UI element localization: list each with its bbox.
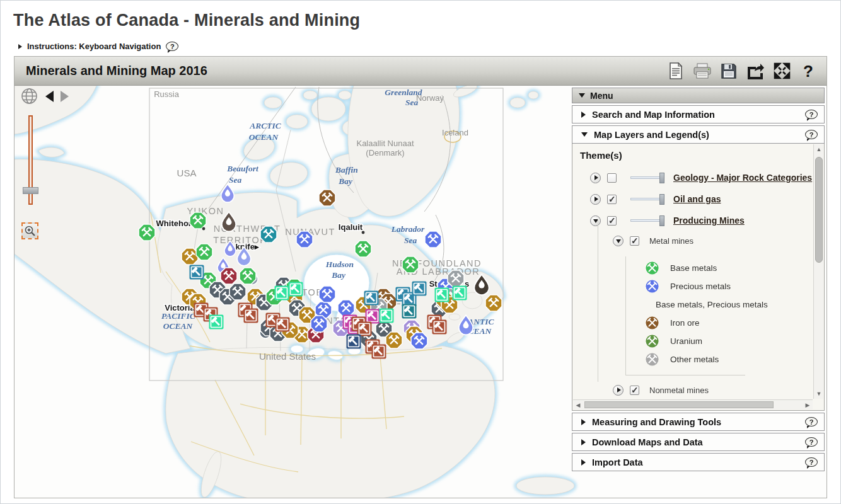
menu-header[interactable]: Menu <box>572 88 825 103</box>
scroll-up-arrow[interactable]: ▲ <box>814 144 824 154</box>
layer-link[interactable]: Geology - Major Rock Categories <box>673 173 812 183</box>
mine-marker[interactable] <box>402 256 419 273</box>
collapse-button[interactable] <box>590 215 601 226</box>
viewer-titlebar: Minerals and Mining Map 2016 ? <box>14 57 826 86</box>
layer-row-geology: Geology - Major Rock Categories <box>580 167 813 188</box>
mine-marker[interactable] <box>276 318 290 332</box>
mine-marker[interactable] <box>402 304 417 319</box>
layer-link[interactable]: Oil and gas <box>673 194 721 204</box>
scrollbar-thumb[interactable] <box>815 157 823 263</box>
mine-marker[interactable] <box>448 270 464 287</box>
mine-marker[interactable] <box>355 241 371 257</box>
legend-item: Iron ore <box>626 314 745 332</box>
panel-label: Map Layers and Legend(s) <box>594 130 709 140</box>
mine-marker[interactable] <box>386 332 402 348</box>
panel-header-layers[interactable]: Map Layers and Legend(s) ? <box>572 125 825 144</box>
mine-marker[interactable] <box>380 309 394 323</box>
help-icon[interactable]: ? <box>166 42 178 51</box>
mine-marker[interactable] <box>372 345 386 359</box>
mine-marker[interactable] <box>244 309 258 323</box>
mine-marker[interactable] <box>190 265 204 280</box>
scroll-left-arrow[interactable]: ◀ <box>573 400 583 410</box>
next-extent-button[interactable] <box>61 91 69 102</box>
mine-symbol-icon <box>645 279 659 294</box>
sublayer-row-nonmetal-mines: Nonmetal mines <box>580 381 813 399</box>
document-icon[interactable] <box>666 62 685 81</box>
previous-extent-button[interactable] <box>45 91 54 102</box>
opacity-slider[interactable] <box>630 176 663 179</box>
mine-marker[interactable] <box>435 288 450 302</box>
scroll-down-arrow[interactable]: ▼ <box>814 389 824 399</box>
scrollbar-thumb[interactable] <box>584 401 774 408</box>
mine-marker[interactable] <box>364 291 379 306</box>
mine-marker[interactable] <box>425 231 441 248</box>
layer-checkbox[interactable] <box>607 216 617 226</box>
opacity-slider[interactable] <box>630 198 663 200</box>
panel-header-download[interactable]: Download Maps and Data ? <box>572 433 825 451</box>
zoom-in-tool-button[interactable] <box>21 222 38 239</box>
expand-button[interactable] <box>613 385 624 396</box>
mine-symbol-icon <box>645 334 659 348</box>
help-icon[interactable]: ? <box>805 130 818 139</box>
mine-marker[interactable] <box>347 335 361 349</box>
mine-marker[interactable] <box>209 315 224 329</box>
mine-marker[interactable] <box>366 309 380 324</box>
map-label: OCEAN <box>249 132 279 142</box>
mine-marker[interactable] <box>319 190 335 206</box>
mine-marker[interactable] <box>311 316 327 332</box>
mine-marker[interactable] <box>196 244 212 260</box>
panel-header-import[interactable]: Import Data ? <box>572 453 825 471</box>
mine-marker[interactable] <box>296 231 313 248</box>
opacity-slider[interactable] <box>630 219 663 222</box>
mine-marker[interactable] <box>338 300 354 316</box>
fullscreen-icon[interactable] <box>772 62 791 81</box>
mine-marker[interactable] <box>319 286 335 302</box>
help-icon[interactable]: ? <box>805 417 818 427</box>
help-icon[interactable]: ? <box>799 62 818 81</box>
mine-marker[interactable] <box>182 248 198 265</box>
atlas-page: The Atlas of Canada - Minerals and Minin… <box>0 0 841 504</box>
horizontal-scrollbar[interactable]: ◀ ▶ <box>573 399 813 410</box>
viewer-toolbar: ? <box>666 62 818 81</box>
mine-marker[interactable] <box>432 320 447 335</box>
expand-button[interactable] <box>590 194 601 205</box>
mine-marker[interactable] <box>275 286 289 301</box>
layers-panel-body: Theme(s) Geology - Major Rock Categories <box>572 144 825 411</box>
mine-marker[interactable] <box>357 322 372 336</box>
map-label: Hudson <box>325 260 354 269</box>
help-icon[interactable]: ? <box>805 457 818 467</box>
mine-marker[interactable] <box>485 295 502 311</box>
mine-marker[interactable] <box>453 286 467 301</box>
vertical-scrollbar[interactable]: ▲ ▼ <box>813 144 823 399</box>
mine-marker[interactable] <box>221 268 237 284</box>
mine-marker[interactable] <box>240 268 256 284</box>
print-icon[interactable] <box>693 62 712 81</box>
mine-marker[interactable] <box>260 226 277 243</box>
layer-checkbox[interactable] <box>630 236 639 246</box>
panel-header-measuring[interactable]: Measuring and Drawing Tools ? <box>572 413 825 431</box>
panel-header-search[interactable]: Search and Map Information ? <box>572 105 825 123</box>
mine-marker[interactable] <box>289 282 303 297</box>
scroll-right-arrow[interactable]: ▶ <box>803 400 813 410</box>
layer-checkbox[interactable] <box>630 386 639 395</box>
legend-label: Iron ore <box>670 318 700 328</box>
mine-marker[interactable] <box>412 282 427 296</box>
mine-marker[interactable] <box>190 212 206 229</box>
zoom-slider-handle[interactable] <box>23 187 38 194</box>
expand-button[interactable] <box>590 173 601 183</box>
save-icon[interactable] <box>719 62 738 81</box>
legend-item: Uranium <box>626 332 745 350</box>
instructions-disclosure[interactable]: Instructions: Keyboard Navigation ? <box>1 30 840 56</box>
layer-checkbox[interactable] <box>607 195 617 204</box>
collapse-button[interactable] <box>613 236 624 246</box>
help-icon[interactable]: ? <box>805 437 818 447</box>
mine-marker[interactable] <box>411 333 427 349</box>
mine-marker[interactable] <box>229 284 246 300</box>
mine-marker[interactable] <box>139 224 155 241</box>
layer-checkbox[interactable] <box>607 173 617 183</box>
map-label: Sea <box>229 175 242 185</box>
export-icon[interactable] <box>746 62 765 81</box>
globe-icon[interactable] <box>21 88 38 105</box>
help-icon[interactable]: ? <box>805 110 818 119</box>
layer-link[interactable]: Producing Mines <box>673 215 745 226</box>
